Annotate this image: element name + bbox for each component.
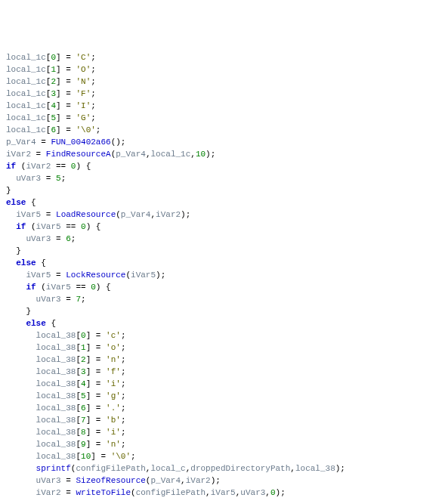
token-op: =: [61, 53, 76, 62]
token-op: =: [31, 150, 46, 159]
token-num: 9: [81, 440, 86, 449]
token-op: (: [36, 283, 46, 292]
token-punct: );: [156, 271, 165, 280]
token-var: iVar2: [186, 476, 211, 485]
code-line: local_38[4] = 'i';: [6, 378, 439, 390]
token-op: ==: [71, 283, 91, 292]
code-line: local_38[6] = '.';: [6, 402, 439, 414]
token-punct: ;: [121, 416, 126, 425]
token-punct: ;: [121, 391, 126, 400]
token-punct: ;: [121, 428, 126, 437]
code-line: local_38[3] = 'f';: [6, 366, 439, 378]
token-punct: );: [211, 476, 221, 485]
token-num: 8: [81, 428, 86, 437]
token-num: 7: [81, 416, 86, 425]
token-char: 'n': [106, 440, 121, 449]
code-line: p_Var4 = FUN_00402a66();: [6, 136, 439, 148]
token-char: 'f': [106, 367, 121, 376]
token-punct: ;: [121, 367, 126, 376]
token-punct: ;: [91, 101, 96, 110]
token-num: 10: [196, 150, 206, 159]
token-op: =: [61, 476, 76, 485]
token-punct: );: [206, 150, 215, 159]
token-op: =: [61, 295, 76, 304]
token-kw: if: [16, 222, 26, 231]
token-var: uVar3: [36, 295, 61, 304]
token-punct: ;: [61, 174, 66, 183]
code-line: local_38[2] = 'n';: [6, 354, 439, 366]
token-kw: else: [6, 198, 26, 207]
code-line: local_38[1] = 'o';: [6, 342, 439, 354]
token-var: local_1c: [6, 53, 46, 62]
code-line: uVar3 = 5;: [6, 172, 439, 184]
token-num: 0: [81, 331, 86, 340]
token-var: iVar5: [46, 283, 71, 292]
token-op: (: [26, 222, 36, 231]
token-var: iVar5: [16, 210, 41, 219]
code-line: iVar2 = FindResourceA(p_Var4,local_1c,10…: [6, 148, 439, 160]
token-num: 6: [66, 234, 71, 243]
code-line: }: [6, 184, 439, 196]
token-var: p_Var4: [121, 210, 151, 219]
code-line: iVar2 = writeToFile(configFilePath,iVar5…: [6, 487, 439, 499]
token-bracket: ]: [56, 53, 61, 62]
code-line: uVar3 = 6;: [6, 233, 439, 245]
token-char: '\0': [76, 125, 95, 135]
token-kw: else: [26, 319, 45, 328]
token-op: =: [61, 77, 76, 86]
code-line: if (iVar2 == 0) {: [6, 160, 439, 172]
token-op: =: [91, 355, 106, 364]
token-op: =: [51, 234, 66, 243]
token-op: =: [91, 440, 106, 449]
token-punct: ;: [121, 331, 126, 340]
token-var: iVar2: [26, 162, 51, 171]
token-var: local_1c: [150, 150, 190, 159]
token-func: sprintf: [36, 464, 71, 473]
token-var: iVar5: [131, 271, 156, 280]
token-punct: ,: [265, 488, 270, 497]
token-op: =: [91, 331, 106, 340]
token-punct: ) {: [76, 162, 91, 171]
token-punct: ;: [91, 65, 96, 74]
token-var: p_Var4: [116, 150, 146, 159]
token-num: 3: [81, 367, 86, 376]
code-line: local_38[0] = 'c';: [6, 329, 439, 342]
token-var: local_1c: [6, 65, 46, 74]
token-var: configFilePath: [76, 464, 145, 473]
token-punct: );: [276, 488, 286, 497]
code-line: local_1c[3] = 'F';: [6, 88, 439, 100]
token-op: =: [61, 488, 76, 497]
token-punct: (: [131, 488, 136, 497]
token-var: p_Var4: [150, 476, 181, 485]
token-num: 10: [81, 452, 91, 461]
token-num: 0: [91, 283, 96, 292]
token-char: 'N': [76, 77, 91, 86]
token-op: =: [91, 416, 106, 425]
token-punct: );: [335, 464, 345, 473]
token-op: =: [91, 343, 106, 352]
code-line: local_1c[5] = 'G';: [6, 112, 439, 124]
token-var: iVar5: [211, 488, 236, 497]
token-num: 4: [81, 379, 86, 388]
token-var: local_c: [150, 464, 185, 473]
token-op: =: [91, 428, 106, 437]
code-line: else {: [6, 257, 439, 269]
token-punct: ;: [71, 234, 76, 243]
code-block: local_1c[0] = 'C';local_1c[1] = 'O';loca…: [6, 51, 439, 499]
token-var: local_38: [36, 331, 76, 340]
token-op: =: [96, 452, 111, 461]
token-num: 0: [270, 488, 276, 497]
code-line: uVar3 = 7;: [6, 293, 439, 305]
token-char: '.': [106, 404, 121, 413]
token-op: =: [61, 101, 76, 110]
code-line: if (iVar5 == 0) {: [6, 281, 439, 293]
token-op: ==: [51, 162, 70, 171]
token-op: =: [91, 367, 106, 376]
token-punct: ,: [290, 464, 295, 473]
token-op: =: [91, 391, 106, 400]
token-num: 1: [81, 343, 86, 352]
token-punct: ;: [121, 343, 126, 352]
token-bracket: ]: [91, 452, 96, 461]
token-char: 'n': [106, 355, 121, 364]
code-line: }: [6, 305, 439, 317]
